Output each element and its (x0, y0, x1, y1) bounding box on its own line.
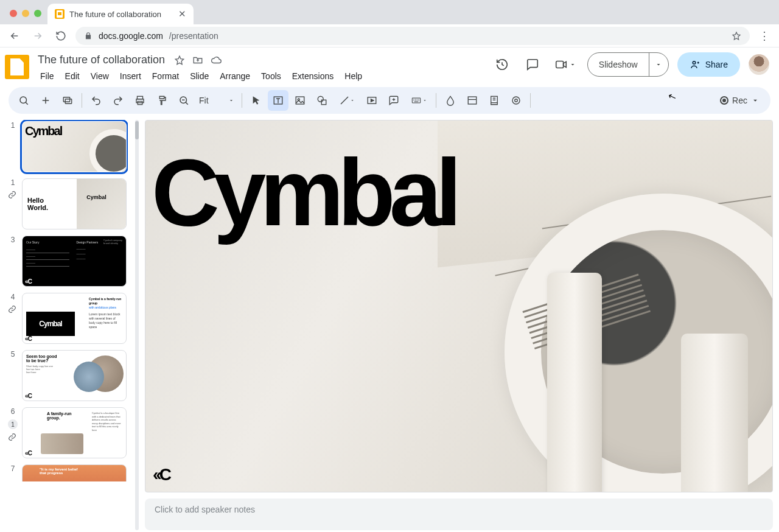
slideshow-label: Slideshow (588, 60, 649, 69)
background-button[interactable] (440, 90, 461, 111)
menu-view[interactable]: View (86, 69, 114, 83)
layout-button[interactable] (462, 90, 483, 111)
insert-line-button[interactable] (334, 90, 360, 111)
transition-button[interactable] (506, 90, 526, 111)
svg-rect-7 (138, 96, 143, 99)
speaker-notes[interactable]: Click to add speaker notes (145, 499, 773, 530)
insert-shape-button[interactable] (312, 90, 332, 111)
version-history-button[interactable] (491, 54, 513, 75)
tab-close-icon[interactable]: ✕ (178, 9, 186, 19)
app-header: The future of collaboration File Edit Vi… (0, 47, 779, 83)
svg-point-21 (515, 99, 518, 102)
menu-file[interactable]: File (35, 69, 59, 83)
thumb-title: Cymbal (25, 124, 61, 138)
menu-help[interactable]: Help (340, 69, 367, 83)
account-avatar[interactable] (749, 54, 769, 75)
window-minimize-icon[interactable] (22, 10, 29, 17)
slide-thumb-7[interactable]: 7 "It is my fervent belief that progress (7, 464, 127, 481)
svg-point-4 (20, 97, 27, 103)
record-button[interactable]: Rec (714, 96, 766, 105)
menu-bar: File Edit View Insert Format Slide Arran… (35, 69, 367, 83)
paint-format-button[interactable] (152, 90, 172, 111)
search-menus-button[interactable] (13, 90, 34, 111)
browser-menu-icon[interactable]: ⋮ (756, 29, 773, 43)
chevron-down-icon (569, 61, 576, 68)
filmstrip[interactable]: 1 Cymbal 1 Hello World. Cymbal (6, 120, 128, 530)
slide-thumb-3[interactable]: 3 Our Story ——— ——— ——— Design Partners … (7, 236, 127, 287)
thumb-heading: group. (47, 416, 72, 420)
window-close-icon[interactable] (10, 10, 17, 17)
menu-slide[interactable]: Slide (185, 69, 214, 83)
rec-label: Rec (732, 96, 747, 105)
nav-reload-button[interactable] (52, 27, 69, 44)
cloud-saved-icon[interactable] (210, 54, 222, 66)
slide-thumb-5[interactable]: 5 Seem too good to be true? Short body c… (7, 350, 127, 401)
redo-button[interactable] (108, 90, 128, 111)
slideshow-button[interactable]: Slideshow (587, 52, 669, 77)
thumb-quote: "It is my fervent belief that progress (40, 467, 82, 475)
theme-button[interactable] (484, 90, 505, 111)
insert-video-button[interactable] (362, 90, 382, 111)
thumb-heading: to be true? (26, 359, 63, 363)
svg-point-3 (693, 61, 696, 65)
share-people-icon (690, 59, 700, 70)
select-tool-button[interactable] (246, 90, 267, 111)
url-input[interactable]: docs.google.com/presentation (75, 27, 750, 45)
keyboard-button[interactable] (405, 90, 432, 111)
thumb-logo: Cymbal (39, 320, 61, 328)
menu-edit[interactable]: Edit (60, 69, 85, 83)
menu-tools[interactable]: Tools (256, 69, 286, 83)
nav-back-button[interactable] (6, 27, 23, 44)
window-zoom-icon[interactable] (34, 10, 41, 17)
move-to-drive-icon[interactable] (192, 54, 204, 66)
svg-rect-12 (296, 97, 304, 104)
slide-number: 6 (11, 407, 15, 416)
link-icon (8, 191, 18, 200)
bookmark-star-icon[interactable] (732, 31, 741, 41)
document-title[interactable]: The future of collaboration (35, 52, 167, 68)
menu-format[interactable]: Format (147, 69, 184, 83)
comments-button[interactable] (522, 54, 543, 75)
svg-rect-2 (556, 61, 564, 68)
filmstrip-scrollbar[interactable] (135, 120, 139, 530)
menu-extensions[interactable]: Extensions (287, 69, 338, 83)
thumb-text: World. (27, 204, 77, 211)
slide-number: 1 (11, 178, 15, 187)
slideshow-dropdown-icon[interactable] (649, 53, 668, 76)
slide-canvas[interactable]: Cymbal ‹‹C (145, 120, 773, 492)
address-bar: docs.google.com/presentation ⋮ (0, 24, 779, 47)
thumb-text: Hello (27, 197, 77, 204)
menu-arrange[interactable]: Arrange (215, 69, 255, 83)
textbox-tool-button[interactable] (268, 90, 288, 111)
svg-rect-5 (63, 97, 70, 102)
chevron-down-icon (228, 97, 234, 103)
slide-thumb-2[interactable]: 1 Hello World. Cymbal (7, 178, 127, 229)
slide-number: 7 (11, 464, 15, 473)
zoom-out-button[interactable] (173, 90, 194, 111)
slide-number: 4 (11, 293, 15, 301)
menu-insert[interactable]: Insert (115, 69, 146, 83)
share-button[interactable]: Share (677, 52, 740, 77)
svg-rect-1 (58, 12, 61, 15)
browser-tab[interactable]: The future of collaboration ✕ (47, 4, 194, 24)
meet-button[interactable] (552, 54, 579, 75)
new-slide-layout-button[interactable] (57, 90, 78, 111)
undo-button[interactable] (86, 90, 107, 111)
slide-thumb-1[interactable]: 1 Cymbal (7, 121, 127, 172)
slides-favicon-icon (55, 9, 65, 19)
window-controls[interactable] (6, 10, 47, 24)
insert-comment-button[interactable] (383, 90, 404, 111)
svg-rect-15 (321, 100, 326, 105)
zoom-select[interactable]: Fit (195, 96, 238, 105)
slide-thumb-4[interactable]: 4 Cymbal Cymbal is a family-run group wi… (7, 293, 127, 344)
insert-image-button[interactable] (290, 90, 310, 111)
new-slide-button[interactable] (35, 90, 56, 111)
nav-forward-button[interactable] (29, 27, 46, 44)
slide-thumb-6[interactable]: 6 1 A family-run group. Cymbal is a bout… (7, 407, 127, 458)
star-icon[interactable] (173, 54, 186, 66)
toolbar: Fit Rec ↖ (0, 83, 779, 117)
slide-title-text[interactable]: Cymbal (152, 139, 456, 247)
slides-logo-icon[interactable] (5, 55, 29, 79)
share-label: Share (705, 60, 728, 69)
print-button[interactable] (130, 90, 150, 111)
